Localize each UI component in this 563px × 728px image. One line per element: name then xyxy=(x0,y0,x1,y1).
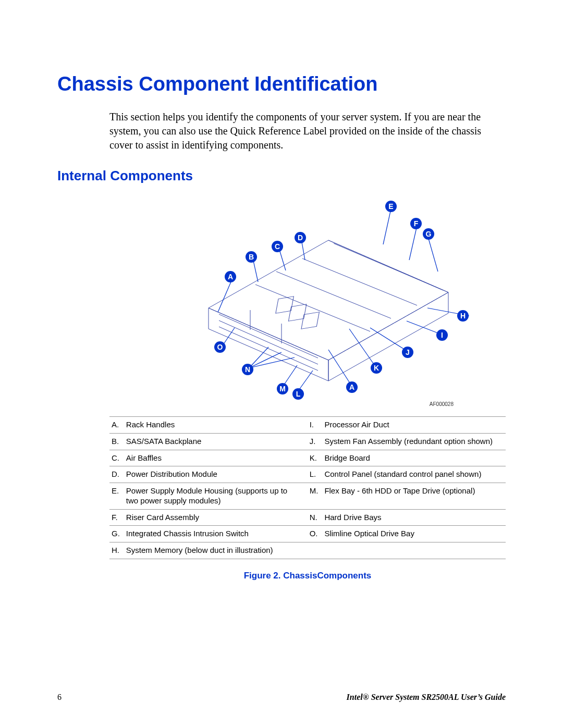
page-title: Chassis Component Identification xyxy=(57,73,506,95)
legend-row: B.SAS/SATA BackplaneJ.System Fan Assembl… xyxy=(109,433,506,450)
svg-line-24 xyxy=(283,365,297,386)
legend-letter: G. xyxy=(109,526,124,542)
legend-letter xyxy=(308,542,323,559)
svg-text:F: F xyxy=(414,219,419,228)
svg-rect-5 xyxy=(301,312,320,329)
legend-letter: D. xyxy=(109,466,124,483)
legend-letter: I. xyxy=(308,417,323,434)
svg-text:K: K xyxy=(374,364,379,372)
legend-desc: SAS/SATA Backplane xyxy=(124,433,308,450)
legend-letter: B. xyxy=(109,433,124,450)
callout-H: H xyxy=(457,310,469,322)
legend-letter: O. xyxy=(308,526,323,542)
legend-row: G.Integrated Chassis Intrusion SwitchO.S… xyxy=(109,526,506,542)
legend-desc: Bridge Board xyxy=(322,450,506,466)
legend-desc: Processor Air Duct xyxy=(322,417,506,434)
legend-desc: Control Panel (standard control panel sh… xyxy=(322,466,506,483)
figure-container: A B C D E F G H I J K L M N O A AF000028… xyxy=(109,193,506,581)
svg-marker-0 xyxy=(209,240,448,360)
svg-rect-4 xyxy=(288,304,307,321)
legend-letter: F. xyxy=(109,509,124,526)
svg-text:M: M xyxy=(279,385,286,393)
legend-desc: Riser Card Assembly xyxy=(124,509,308,526)
svg-text:G: G xyxy=(426,230,432,238)
svg-marker-1 xyxy=(209,308,328,381)
callout-O: O xyxy=(214,341,226,353)
legend-row: D.Power Distribution ModuleL.Control Pan… xyxy=(109,466,506,483)
legend-desc: System Fan Assembly (redundant option sh… xyxy=(322,433,506,450)
legend-desc: Power Distribution Module xyxy=(124,466,308,483)
legend-letter: L. xyxy=(308,466,323,483)
svg-text:I: I xyxy=(441,331,443,339)
legend-letter: N. xyxy=(308,509,323,526)
legend-letter: A. xyxy=(109,417,124,434)
callout-F: F xyxy=(410,218,422,229)
svg-marker-2 xyxy=(328,292,448,381)
svg-text:E: E xyxy=(388,202,393,211)
callout-I: I xyxy=(436,329,448,341)
guide-title: Intel® Server System SR2500AL User’s Gui… xyxy=(347,693,506,702)
legend-desc xyxy=(322,542,506,559)
figure-caption: Figure 2. ChassisComponents xyxy=(109,571,506,581)
svg-text:L: L xyxy=(296,390,301,398)
svg-text:J: J xyxy=(406,348,410,356)
svg-line-7 xyxy=(219,320,318,364)
legend-desc: Power Supply Module Housing (supports up… xyxy=(124,483,308,510)
svg-line-11 xyxy=(218,278,232,312)
legend-desc: Integrated Chassis Intrusion Switch xyxy=(124,526,308,542)
svg-text:A: A xyxy=(349,383,354,391)
chassis-diagram: A B C D E F G H I J K L M N O A AF000028 xyxy=(146,193,469,412)
legend-desc: Flex Bay - 6th HDD or Tape Drive (option… xyxy=(322,483,506,510)
legend-letter: J. xyxy=(308,433,323,450)
callout-D: D xyxy=(295,232,306,243)
legend-row: H.System Memory (below duct in illustrat… xyxy=(109,542,506,559)
legend-letter: K. xyxy=(308,450,323,466)
legend-row: A.Rack HandlesI.Processor Air Duct xyxy=(109,417,506,434)
svg-text:N: N xyxy=(245,365,250,374)
svg-line-17 xyxy=(427,235,438,272)
svg-line-19 xyxy=(407,321,440,334)
svg-text:H: H xyxy=(460,312,466,320)
figure-code: AF000028 xyxy=(430,401,454,407)
callout-N: N xyxy=(242,364,253,375)
svg-text:D: D xyxy=(298,233,303,242)
legend-row: F.Riser Card AssemblyN.Hard Drive Bays xyxy=(109,509,506,526)
page-number: 6 xyxy=(57,693,62,702)
svg-line-16 xyxy=(409,226,417,260)
intro-paragraph: This section helps you identify the comp… xyxy=(109,110,506,152)
callout-B: B xyxy=(246,251,257,263)
svg-line-15 xyxy=(383,209,391,244)
callout-M: M xyxy=(277,383,288,394)
svg-line-22 xyxy=(328,350,352,386)
callout-E: E xyxy=(385,201,397,212)
callout-A-second: A xyxy=(346,381,358,393)
legend-letter: H. xyxy=(109,542,124,559)
svg-text:A: A xyxy=(228,273,233,281)
legend-desc: Air Baffles xyxy=(124,450,308,466)
legend-desc: System Memory (below duct in illustratio… xyxy=(124,542,308,559)
callout-A: A xyxy=(225,271,236,282)
legend-row: E.Power Supply Module Housing (supports … xyxy=(109,483,506,510)
legend-letter: E. xyxy=(109,483,124,510)
svg-text:O: O xyxy=(217,343,223,351)
svg-line-27 xyxy=(249,357,295,368)
svg-text:C: C xyxy=(275,242,280,251)
legend-desc: Slimline Optical Drive Bay xyxy=(322,526,506,542)
page-footer: 6 Intel® Server System SR2500AL User’s G… xyxy=(57,693,506,702)
section-heading: Internal Components xyxy=(57,168,506,184)
legend-letter: M. xyxy=(308,483,323,510)
svg-line-25 xyxy=(249,347,268,368)
svg-line-26 xyxy=(249,352,282,368)
callout-G: G xyxy=(423,228,434,240)
legend-letter: C. xyxy=(109,450,124,466)
callout-K: K xyxy=(371,362,382,374)
callout-C: C xyxy=(272,241,283,252)
legend-desc: Hard Drive Bays xyxy=(322,509,506,526)
svg-line-21 xyxy=(349,329,375,366)
callout-J: J xyxy=(402,347,413,358)
legend-table: A.Rack HandlesI.Processor Air DuctB.SAS/… xyxy=(109,416,506,559)
legend-desc: Rack Handles xyxy=(124,417,308,434)
legend-row: C.Air BafflesK.Bridge Board xyxy=(109,450,506,466)
callout-L: L xyxy=(292,388,304,400)
svg-line-8 xyxy=(219,327,318,371)
